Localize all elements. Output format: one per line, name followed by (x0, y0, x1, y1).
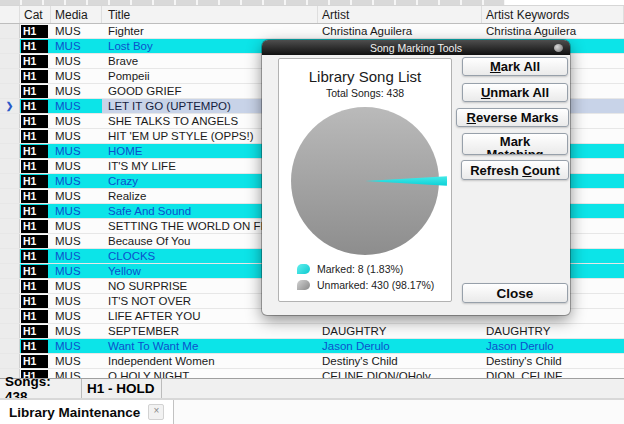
category-cell: H1 (20, 234, 51, 248)
media-cell: MUS (51, 69, 102, 83)
category-badge: H1 (21, 130, 48, 143)
toolbar-sliver-ticks (0, 0, 505, 5)
media-cell: MUS (51, 294, 102, 308)
table-row[interactable]: H1 MUS SEPTEMBER DAUGHTRY DAUGHTRY (0, 324, 624, 339)
media-cell: MUS (51, 309, 102, 323)
table-header: Cat Media Title Artist Artist Keywords (0, 5, 624, 24)
reverse-marks-mnemonic: R (467, 110, 476, 125)
category-badge: H1 (21, 115, 48, 128)
category-badge: H1 (21, 25, 48, 38)
category-cell: H1 (20, 204, 51, 218)
category-badge: H1 (21, 40, 48, 53)
column-header-artist-keywords[interactable]: Artist Keywords (482, 6, 624, 23)
category-cell: H1 (20, 54, 51, 68)
category-cell: H1 (20, 264, 51, 278)
column-header-title[interactable]: Title (102, 6, 318, 23)
mark-all-rest: ark All (501, 59, 540, 74)
row-pointer-icon (0, 69, 20, 83)
row-pointer-icon (0, 219, 20, 233)
artist-cell: DAUGHTRY (318, 324, 482, 338)
bottom-tab-bar: Library Maintenance × (0, 398, 624, 424)
artist-cell: CELINE DION/OHoly (318, 369, 482, 378)
category-badge: H1 (21, 250, 48, 263)
category-cell: H1 (20, 159, 51, 173)
media-cell: MUS (51, 279, 102, 293)
category-badge: H1 (21, 85, 48, 98)
artist-keywords-cell: DAUGHTRY (482, 324, 624, 338)
row-pointer-icon (0, 84, 20, 98)
unmarked-swatch-icon (297, 280, 310, 290)
mark-matching-line2: Matching (486, 149, 543, 156)
reverse-marks-button[interactable]: Reverse Marks (456, 108, 569, 127)
media-cell: MUS (51, 129, 102, 143)
row-pointer-icon (0, 354, 20, 368)
category-badge: H1 (21, 220, 48, 233)
category-badge: H1 (21, 340, 48, 353)
category-cell: H1 (20, 129, 51, 143)
media-cell: MUS (51, 114, 102, 128)
toolbar-sliver (0, 0, 624, 5)
artist-keywords-cell: Destiny's Child (482, 354, 624, 368)
marked-swatch-icon (297, 264, 310, 274)
category-cell: H1 (20, 84, 51, 98)
table-row[interactable]: H1 MUS Independent Women Destiny's Child… (0, 354, 624, 369)
media-cell: MUS (51, 159, 102, 173)
row-pointer-icon (0, 189, 20, 203)
category-cell: H1 (20, 99, 51, 113)
table-row[interactable]: H1 MUS Fighter Christina Aguilera Christ… (0, 24, 624, 39)
unmark-all-rest: nmark All (490, 85, 549, 100)
category-cell: H1 (20, 24, 51, 38)
title-cell: Fighter (102, 24, 318, 38)
category-cell: H1 (20, 249, 51, 263)
table-row[interactable]: H1 MUS O HOLY NIGHT CELINE DION/OHoly DI… (0, 369, 624, 378)
mark-matching-button[interactable]: Mark Matching (462, 133, 568, 155)
artist-keywords-cell: Jason Derulo (482, 339, 624, 353)
category-status: H1 - HOLD (82, 379, 162, 398)
category-badge: H1 (21, 265, 48, 278)
mark-all-button[interactable]: Mark All (462, 57, 568, 76)
refresh-count-button[interactable]: Refresh Count (461, 160, 569, 180)
category-cell: H1 (20, 144, 51, 158)
column-header-cat[interactable]: Cat (20, 6, 51, 23)
column-header-artist[interactable]: Artist (318, 6, 482, 23)
status-bar: Songs: 438 H1 - HOLD (0, 378, 624, 398)
column-header-media[interactable]: Media (51, 6, 102, 23)
category-cell: H1 (20, 114, 51, 128)
unmark-all-button[interactable]: Unmark All (462, 83, 568, 102)
legend-item-unmarked: Unmarked: 430 (98.17%) (297, 279, 434, 291)
library-song-list-panel: Library Song List Total Songs: 438 Ma (278, 58, 452, 302)
media-cell: MUS (51, 219, 102, 233)
artist-keywords-cell: DION, CELINE (482, 369, 624, 378)
close-button[interactable]: Close (462, 283, 568, 303)
legend-unmarked-label: Unmarked: 430 (98.17%) (317, 279, 434, 291)
row-pointer-icon: ❯ (0, 99, 20, 113)
mark-all-mnemonic: M (490, 59, 501, 74)
row-pointer-icon (0, 339, 20, 353)
category-cell: H1 (20, 354, 51, 368)
media-cell: MUS (51, 99, 102, 113)
row-pointer-icon (0, 309, 20, 323)
dialog-pin-icon[interactable] (554, 44, 563, 52)
table-row[interactable]: H1 MUS Want To Want Me Jason Derulo Jaso… (0, 339, 624, 354)
tab-label: Library Maintenance (9, 405, 140, 420)
tab-library-maintenance[interactable]: Library Maintenance × (0, 400, 174, 424)
category-badge: H1 (21, 235, 48, 248)
category-badge: H1 (21, 325, 48, 338)
media-cell: MUS (51, 249, 102, 263)
column-header-selector (0, 6, 20, 23)
artist-cell: Destiny's Child (318, 354, 482, 368)
media-cell: MUS (51, 264, 102, 278)
unmark-all-mnemonic: U (481, 85, 490, 100)
dialog-titlebar[interactable]: Song Marking Tools (262, 40, 570, 55)
row-pointer-icon (0, 264, 20, 278)
tab-close-icon[interactable]: × (148, 404, 164, 420)
media-cell: MUS (51, 189, 102, 203)
panel-title: Library Song List (309, 68, 422, 85)
row-pointer-icon (0, 24, 20, 38)
media-cell: MUS (51, 84, 102, 98)
row-pointer-icon (0, 54, 20, 68)
refresh-count-rest: ount (532, 163, 560, 178)
row-pointer-icon (0, 129, 20, 143)
media-cell: MUS (51, 24, 102, 38)
row-pointer-icon (0, 294, 20, 308)
